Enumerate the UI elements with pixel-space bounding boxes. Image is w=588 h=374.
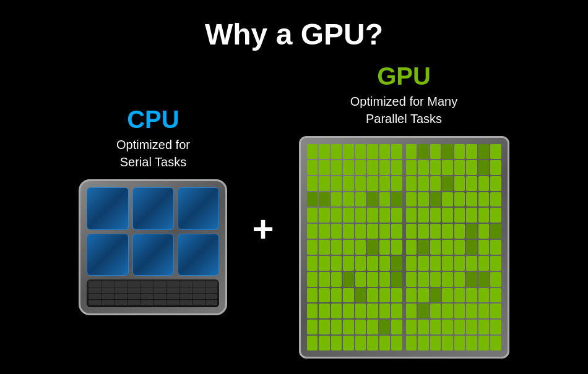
gpu-core bbox=[478, 256, 490, 271]
cpu-cache-cell bbox=[141, 300, 153, 305]
cpu-cache-cell bbox=[128, 287, 140, 293]
gpu-core bbox=[391, 336, 402, 351]
gpu-core bbox=[319, 144, 330, 159]
gpu-core bbox=[454, 336, 465, 351]
cpu-cache-cell bbox=[153, 281, 166, 287]
gpu-core bbox=[406, 144, 417, 159]
gpu-core bbox=[406, 256, 417, 271]
cpu-cache-cell bbox=[153, 287, 166, 293]
gpu-core bbox=[478, 336, 490, 351]
gpu-core bbox=[367, 256, 378, 271]
gpu-core bbox=[319, 176, 330, 191]
gpu-label: GPU bbox=[377, 62, 431, 90]
gpu-core bbox=[418, 208, 429, 223]
gpu-core bbox=[442, 224, 453, 239]
gpu-core bbox=[331, 240, 342, 255]
gpu-core bbox=[343, 288, 354, 303]
gpu-core bbox=[442, 320, 453, 334]
gpu-core bbox=[442, 272, 453, 287]
cpu-cache-cell bbox=[141, 281, 153, 287]
gpu-core bbox=[490, 208, 501, 223]
gpu-core bbox=[343, 320, 354, 334]
cpu-cache-cell bbox=[179, 281, 192, 287]
gpu-core bbox=[466, 144, 477, 159]
gpu-core bbox=[343, 160, 354, 175]
gpu-core bbox=[391, 320, 402, 334]
gpu-core bbox=[307, 336, 318, 351]
cpu-section: CPU Optimized for Serial Tasks bbox=[79, 106, 227, 315]
gpu-core bbox=[367, 288, 378, 303]
gpu-core bbox=[442, 304, 453, 318]
cpu-cache-cell bbox=[89, 281, 101, 287]
gpu-core bbox=[490, 160, 501, 175]
gpu-core bbox=[331, 224, 342, 239]
gpu-core bbox=[307, 224, 318, 239]
gpu-core bbox=[478, 208, 490, 223]
gpu-core bbox=[418, 224, 429, 239]
cpu-cache-cell bbox=[102, 281, 114, 287]
gpu-core bbox=[490, 240, 501, 255]
gpu-core bbox=[331, 272, 342, 287]
cpu-cache-cell bbox=[153, 300, 166, 305]
cpu-core bbox=[87, 234, 128, 276]
gpu-core bbox=[379, 288, 391, 303]
gpu-core bbox=[343, 256, 354, 271]
gpu-core bbox=[418, 320, 429, 334]
cpu-core bbox=[132, 234, 174, 276]
gpu-core bbox=[391, 144, 402, 159]
cpu-cache-cell bbox=[166, 294, 179, 299]
gpu-core bbox=[331, 336, 342, 351]
gpu-core bbox=[331, 192, 342, 207]
gpu-core bbox=[355, 288, 366, 303]
gpu-subtitle: Optimized for Many Parallel Tasks bbox=[350, 93, 457, 127]
gpu-core bbox=[355, 320, 366, 334]
gpu-core bbox=[379, 272, 391, 287]
gpu-core bbox=[319, 272, 330, 287]
gpu-core bbox=[418, 192, 429, 207]
gpu-core bbox=[379, 320, 391, 334]
cpu-cache-cell bbox=[205, 281, 218, 287]
gpu-core bbox=[406, 288, 417, 303]
cpu-cache-cell bbox=[192, 281, 205, 287]
cpu-cache-cell bbox=[89, 287, 101, 293]
gpu-core bbox=[478, 240, 490, 255]
gpu-core bbox=[406, 304, 417, 318]
cpu-cache-cell bbox=[89, 294, 101, 299]
gpu-core bbox=[307, 304, 318, 318]
gpu-core bbox=[466, 208, 477, 223]
gpu-core bbox=[490, 304, 501, 318]
gpu-core bbox=[454, 304, 465, 318]
cpu-subtitle: Optimized for Serial Tasks bbox=[116, 136, 190, 171]
gpu-core bbox=[490, 224, 501, 239]
gpu-core bbox=[307, 240, 318, 255]
gpu-core bbox=[478, 288, 490, 303]
gpu-core bbox=[406, 208, 417, 223]
gpu-core bbox=[454, 240, 465, 255]
plus-symbol: + bbox=[252, 211, 274, 248]
cpu-cache-cell bbox=[128, 281, 140, 287]
gpu-core bbox=[406, 224, 417, 239]
cpu-chip bbox=[79, 179, 227, 315]
cpu-cache-cell bbox=[166, 300, 179, 305]
gpu-right-half bbox=[406, 144, 501, 351]
gpu-core bbox=[466, 336, 477, 351]
cpu-cache-cell bbox=[102, 287, 114, 293]
gpu-core bbox=[442, 144, 453, 159]
gpu-core bbox=[490, 176, 501, 191]
gpu-chip bbox=[299, 136, 509, 359]
gpu-core bbox=[406, 320, 417, 334]
gpu-core bbox=[442, 176, 453, 191]
gpu-core bbox=[343, 240, 354, 255]
gpu-core bbox=[454, 192, 465, 207]
gpu-core bbox=[478, 224, 490, 239]
gpu-core bbox=[331, 304, 342, 318]
gpu-core bbox=[319, 192, 330, 207]
gpu-core bbox=[331, 256, 342, 271]
cpu-cache-cell bbox=[141, 294, 153, 299]
gpu-core bbox=[391, 272, 402, 287]
gpu-core bbox=[478, 160, 490, 175]
gpu-core bbox=[379, 224, 391, 239]
gpu-core bbox=[355, 240, 366, 255]
gpu-core bbox=[307, 192, 318, 207]
page-title: Why a GPU? bbox=[205, 17, 383, 51]
